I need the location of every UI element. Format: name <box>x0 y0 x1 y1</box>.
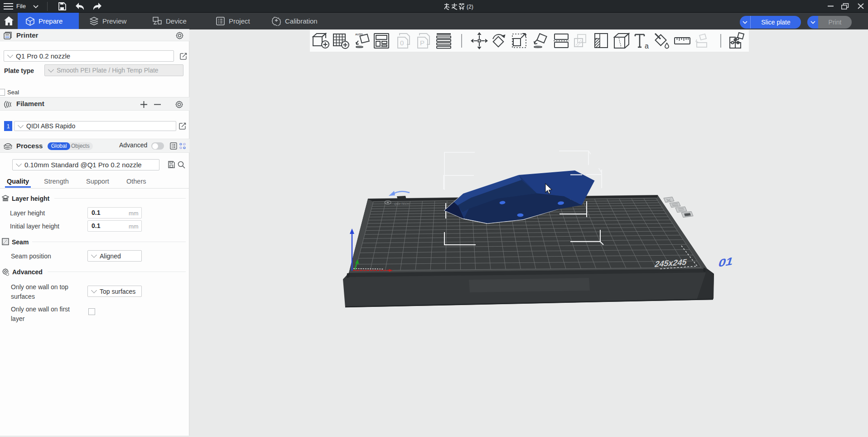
svg-text:QIDI TECH: QIDI TECH <box>394 202 410 206</box>
svg-text:01: 01 <box>717 255 735 269</box>
svg-text:(2): (2) <box>467 4 473 10</box>
